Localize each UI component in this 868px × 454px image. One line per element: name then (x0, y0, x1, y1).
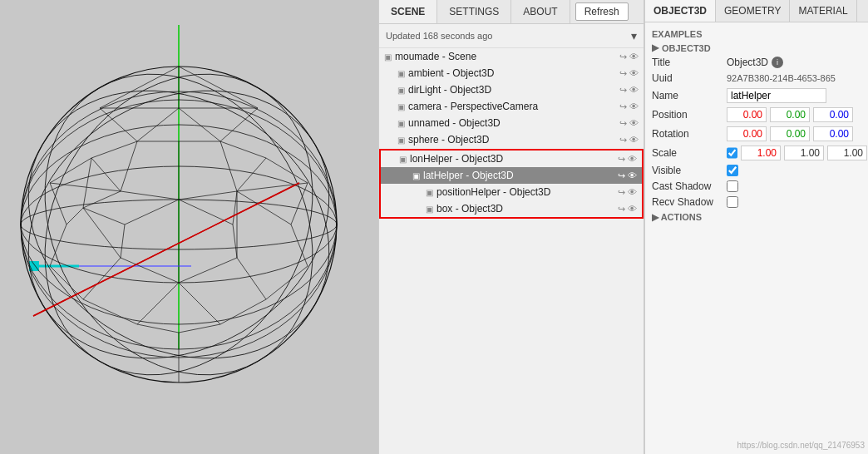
tree-item-dirlight[interactable]: ▣ dirLight - Object3D ↪ 👁 (379, 81, 644, 98)
watermark: https://blog.csdn.net/qq_21476953 (737, 439, 865, 451)
tab-settings[interactable]: SETTINGS (437, 0, 511, 23)
tree-item-lathelper[interactable]: ▣ latHelper - Object3D ↪ 👁 (381, 167, 642, 184)
item-actions: ↪ 👁 (619, 118, 639, 129)
prop-row-uuid: Uuid 92A7B380-214B-4653-865 (652, 72, 861, 84)
tree-item-camera[interactable]: ▣ camera - PerspectiveCamera ↪ 👁 (379, 98, 644, 115)
prop-row-position: Position (652, 107, 861, 122)
scale-values (741, 146, 867, 160)
tree-item-box[interactable]: ▣ box - Object3D ↪ 👁 (381, 200, 642, 217)
info-icon[interactable]: i (772, 57, 783, 68)
item-icon: ▣ (426, 205, 433, 214)
tree-item-lonhelper[interactable]: ▣ lonHelper - Object3D ↪ 👁 (381, 151, 642, 167)
position-y[interactable] (770, 107, 810, 122)
scene-header: Updated 168 seconds ago ▾ (379, 24, 644, 48)
updated-text: Updated 168 seconds ago (386, 31, 492, 41)
item-actions: ↪ 👁 (619, 101, 639, 112)
actions-section: ▶ ACTIONS (652, 212, 861, 223)
tree-item-unnamed[interactable]: ▣ unnamed - Object3D ↪ 👁 (379, 115, 644, 131)
object3d-section-arrow: ▶ (652, 42, 658, 53)
item-icon: ▣ (397, 102, 405, 111)
item-icon: ▣ (397, 69, 405, 78)
scale-checkbox[interactable] (727, 147, 737, 159)
item-icon: ▣ (412, 171, 420, 180)
item-label: box - Object3D (436, 203, 618, 215)
prop-row-scale: Scale (652, 146, 861, 160)
item-icon: ▣ (426, 188, 433, 197)
svg-rect-0 (0, 0, 378, 454)
prop-row-title: Title Object3D i (652, 57, 861, 68)
rotation-values (727, 126, 861, 141)
refresh-button[interactable]: Refresh (575, 2, 629, 21)
tree-item-moumade[interactable]: ▣ moumade - Scene ↪ 👁 (379, 48, 644, 65)
item-actions: ↪ 👁 (619, 135, 639, 146)
tab-about[interactable]: ABOUT (511, 0, 570, 23)
cast-shadow-label: Cast Shadow (652, 180, 727, 192)
tab-object3d[interactable]: OBJECT3D (645, 0, 716, 22)
right-tabs: OBJECT3D GEOMETRY MATERIAL (645, 0, 868, 22)
tree-item-ambient[interactable]: ▣ ambient - Object3D ↪ 👁 (379, 65, 644, 81)
collapse-arrow-icon[interactable]: ▾ (631, 29, 637, 42)
item-actions: ↪ 👁 (619, 52, 639, 62)
prop-row-cast-shadow: Cast Shadow (652, 180, 861, 192)
item-actions: ↪ 👁 (619, 85, 639, 96)
tab-material[interactable]: MATERIAL (790, 0, 856, 22)
scale-x[interactable] (741, 146, 781, 160)
recv-shadow-checkbox[interactable] (727, 196, 738, 208)
right-content: EXAMPLES ▶ OBJECT3D Title Object3D i Uui… (645, 22, 868, 454)
position-x[interactable] (727, 107, 767, 122)
actions-label: ▶ ACTIONS (652, 212, 702, 223)
item-actions: ↪ 👁 (618, 204, 637, 215)
item-icon: ▣ (397, 86, 405, 95)
viewport (0, 0, 378, 454)
scene-tree: ▣ moumade - Scene ↪ 👁 ▣ ambient - Object… (379, 48, 644, 454)
right-panel: OBJECT3D GEOMETRY MATERIAL EXAMPLES ▶ OB… (644, 0, 868, 454)
prop-row-rotation: Rotation (652, 126, 861, 141)
item-actions: ↪ 👁 (618, 187, 637, 198)
position-z[interactable] (813, 107, 853, 122)
object3d-section-header[interactable]: ▶ OBJECT3D (652, 42, 861, 53)
title-label: Title (652, 57, 727, 68)
red-border-group: ▣ lonHelper - Object3D ↪ 👁 ▣ latHelper -… (379, 149, 644, 219)
item-label: moumade - Scene (395, 51, 619, 62)
examples-section-header: EXAMPLES (652, 29, 861, 39)
prop-row-visible: Visible (652, 165, 861, 176)
item-icon: ▣ (397, 119, 405, 128)
rotation-y[interactable] (770, 126, 810, 141)
scale-y[interactable] (784, 146, 824, 160)
recv-shadow-label: Recv Shadow (652, 196, 727, 208)
item-actions: ↪ 👁 (619, 68, 639, 79)
item-label: dirLight - Object3D (408, 84, 619, 96)
position-label: Position (652, 109, 727, 121)
rotation-z[interactable] (813, 126, 853, 141)
item-label: lonHelper - Object3D (410, 153, 618, 165)
scale-label: Scale (652, 147, 727, 159)
tab-scene[interactable]: SCENE (379, 0, 437, 23)
rotation-label: Rotation (652, 128, 727, 140)
item-actions: ↪ 👁 (618, 154, 637, 165)
item-icon: ▣ (399, 155, 407, 164)
item-icon: ▣ (397, 136, 405, 145)
tab-geometry[interactable]: GEOMETRY (716, 0, 790, 22)
name-label: Name (652, 90, 727, 101)
top-tabs: SCENE SETTINGS ABOUT Refresh (379, 0, 644, 24)
item-label: camera - PerspectiveCamera (408, 101, 619, 112)
object3d-section-label: OBJECT3D (662, 43, 711, 53)
scale-z[interactable] (827, 146, 867, 160)
item-actions: ↪ 👁 (618, 170, 637, 181)
examples-label: EXAMPLES (652, 29, 703, 39)
name-input[interactable] (727, 88, 826, 103)
rotation-x[interactable] (727, 126, 767, 141)
position-values (727, 107, 861, 122)
item-label: unnamed - Object3D (408, 117, 619, 129)
item-label: positionHelper - Object3D (436, 186, 618, 198)
tree-item-positionhelper[interactable]: ▣ positionHelper - Object3D ↪ 👁 (381, 184, 642, 200)
cast-shadow-checkbox[interactable] (727, 180, 738, 192)
uuid-label: Uuid (652, 72, 727, 84)
middle-panel: SCENE SETTINGS ABOUT Refresh Updated 168… (378, 0, 644, 454)
item-label: latHelper - Object3D (423, 170, 618, 181)
actions-section-header[interactable]: ▶ ACTIONS (652, 212, 861, 223)
tree-item-sphere[interactable]: ▣ sphere - Object3D ↪ 👁 (379, 131, 644, 148)
visible-checkbox[interactable] (727, 165, 738, 176)
prop-row-name: Name (652, 88, 861, 103)
uuid-value: 92A7B380-214B-4653-865 (727, 73, 836, 83)
